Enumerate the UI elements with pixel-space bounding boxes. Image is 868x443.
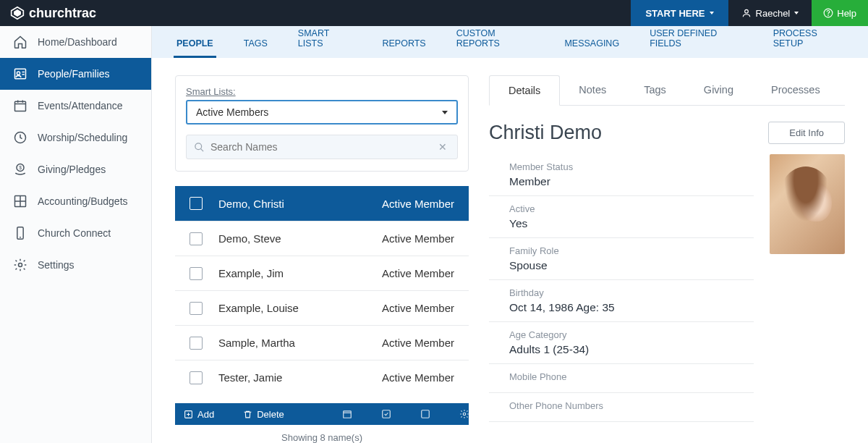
sidebar-item-label: Worship/Scheduling (38, 132, 127, 143)
row-checkbox[interactable] (190, 302, 203, 315)
dtab-processes[interactable]: Processes (752, 75, 839, 105)
field-label: Other Phone Numbers (509, 400, 754, 411)
brand-text: churchtrac (29, 6, 96, 21)
field-mobile-phone: Mobile Phone (489, 364, 754, 393)
smart-list-select[interactable]: Active Members (186, 100, 458, 125)
delete-label: Delete (257, 409, 284, 420)
gear-icon (13, 258, 27, 272)
dtab-details[interactable]: Details (489, 75, 560, 106)
clock-icon (13, 130, 27, 145)
gear-icon[interactable] (459, 409, 469, 419)
clear-search-button[interactable]: ✕ (435, 141, 450, 153)
row-checkbox[interactable] (190, 197, 203, 210)
svg-point-4 (828, 15, 829, 16)
help-icon (823, 8, 833, 18)
sidebar-item-giving[interactable]: $ Giving/Pledges (0, 153, 151, 185)
svg-text:$: $ (19, 165, 22, 170)
uncheck-all-icon[interactable] (420, 409, 430, 419)
person-row[interactable]: Demo, Steve Active Member (175, 221, 469, 256)
tab-people[interactable]: PEOPLE (174, 30, 216, 58)
smart-lists-label: Smart Lists: (186, 86, 458, 97)
person-row[interactable]: Sample, Martha Active Member (175, 325, 469, 360)
tab-process-setup[interactable]: PROCESS SETUP (770, 20, 846, 58)
brand-logo[interactable]: churchtrac (0, 6, 106, 21)
person-name: Example, Jim (218, 267, 382, 279)
edit-info-button[interactable]: Edit Info (768, 122, 845, 144)
person-row[interactable]: Example, Louise Active Member (175, 290, 469, 325)
start-here-label: START HERE (645, 8, 705, 19)
field-birthday: Birthday Oct 14, 1986 Age: 35 (489, 280, 754, 322)
tab-smart-lists[interactable]: SMART LISTS (295, 20, 355, 58)
add-label: Add (197, 409, 214, 420)
field-value: Adults 1 (25-34) (509, 343, 754, 356)
row-checkbox[interactable] (190, 337, 203, 350)
people-icon (13, 67, 27, 81)
detail-header: Christi Demo Edit Info (489, 106, 845, 154)
sidebar-item-label: Accounting/Budgets (38, 195, 128, 207)
grid-icon (13, 194, 27, 208)
tab-reports[interactable]: REPORTS (379, 30, 428, 58)
detail-tabs: Details Notes Tags Giving Processes (489, 75, 845, 106)
person-status: Active Member (382, 371, 454, 384)
calendar-icon[interactable] (342, 409, 352, 419)
filter-box: Smart Lists: Active Members ✕ (175, 75, 469, 172)
person-row[interactable]: Demo, Christi Active Member (175, 186, 469, 221)
row-checkbox[interactable] (190, 267, 203, 280)
sidebar-item-people[interactable]: People/Families (0, 58, 151, 90)
sidebar-item-worship[interactable]: Worship/Scheduling (0, 122, 151, 153)
sidebar-item-events[interactable]: Events/Attendance (0, 90, 151, 122)
sidebar-item-connect[interactable]: Church Connect (0, 217, 151, 249)
person-status: Active Member (382, 302, 454, 314)
chevron-down-icon (710, 12, 714, 14)
delete-button[interactable]: Delete (243, 409, 284, 420)
dtab-giving[interactable]: Giving (685, 75, 752, 105)
sidebar-item-settings[interactable]: Settings (0, 249, 151, 281)
person-name: Sample, Martha (218, 337, 382, 349)
showing-count: Showing 8 name(s) (175, 425, 469, 443)
sidebar-item-label: Events/Attendance (38, 100, 123, 111)
people-rows: Demo, Christi Active Member Demo, Steve … (175, 186, 469, 403)
help-label: Help (837, 8, 856, 19)
sidebar-item-home[interactable]: Home/Dashboard (0, 26, 151, 58)
person-row[interactable]: Example, Jim Active Member (175, 256, 469, 290)
person-name: Demo, Steve (218, 232, 382, 245)
tab-tags[interactable]: TAGS (241, 30, 271, 58)
select-value: Active Members (196, 106, 268, 118)
chevron-down-icon (442, 111, 448, 114)
field-label: Member Status (509, 161, 754, 172)
dtab-tags[interactable]: Tags (625, 75, 685, 105)
person-name: Tester, Jamie (218, 371, 382, 384)
svg-point-22 (195, 143, 202, 149)
sidebar-item-label: Giving/Pledges (38, 164, 106, 175)
sidebar: Home/Dashboard People/Families Events/At… (0, 26, 152, 443)
user-icon (741, 8, 752, 18)
field-value: Yes (509, 217, 754, 230)
logo-icon (10, 6, 25, 20)
money-icon: $ (13, 162, 27, 177)
row-checkbox[interactable] (190, 371, 203, 384)
svg-rect-30 (421, 410, 429, 418)
check-all-icon[interactable] (381, 409, 391, 419)
trash-icon (243, 410, 252, 419)
person-avatar[interactable] (770, 154, 845, 254)
add-button[interactable]: Add (184, 409, 214, 420)
tab-messaging[interactable]: MESSAGING (561, 30, 622, 58)
tab-udf[interactable]: USER DEFINED FIELDS (647, 20, 746, 58)
detail-panel: Details Notes Tags Giving Processes Chri… (489, 75, 845, 443)
dtab-notes[interactable]: Notes (560, 75, 625, 105)
svg-rect-29 (382, 410, 390, 418)
search-input[interactable] (205, 141, 435, 153)
svg-rect-9 (15, 101, 26, 111)
svg-point-6 (17, 72, 20, 75)
field-value: Member (509, 175, 754, 188)
search-wrap: ✕ (186, 135, 458, 159)
field-age-category: Age Category Adults 1 (25-34) (489, 322, 754, 364)
people-list-panel: Smart Lists: Active Members ✕ Demo, Ch (175, 75, 469, 443)
tab-custom-reports[interactable]: CUSTOM REPORTS (454, 20, 537, 58)
person-status: Active Member (382, 232, 454, 245)
person-row[interactable]: Tester, Jamie Active Member (175, 360, 469, 395)
search-icon (194, 142, 205, 153)
sidebar-item-accounting[interactable]: Accounting/Budgets (0, 185, 151, 217)
svg-rect-27 (343, 411, 351, 418)
row-checkbox[interactable] (190, 232, 203, 245)
